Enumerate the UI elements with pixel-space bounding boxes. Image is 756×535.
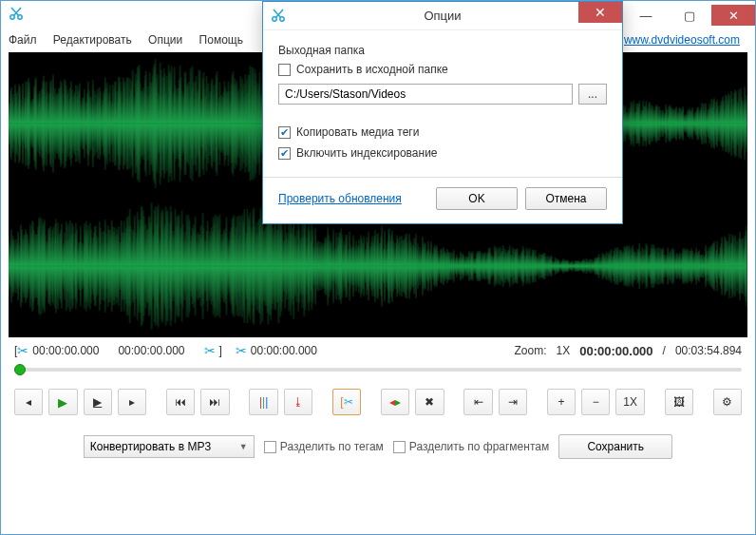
checkbox-icon [264, 441, 276, 453]
selection-start-group: [ ✂ 00:00:00.000 [14, 343, 118, 358]
image-icon: 🖼 [673, 395, 685, 409]
menu-help[interactable]: Помощь [199, 33, 243, 47]
save-in-source-checkbox[interactable]: Сохранить в исходной папке [278, 63, 607, 76]
time-row: [ ✂ 00:00:00.000 00:00:00.000 ✂ ] ✂ 00:0… [1, 337, 755, 362]
cursor-time: 00:00:00.000 [251, 344, 317, 357]
maximize-button[interactable]: ▢ [668, 5, 711, 26]
minimize-button[interactable]: ― [624, 5, 668, 26]
skip-back-button[interactable]: ⏮ [166, 389, 195, 415]
zoom-in-button[interactable]: + [547, 389, 576, 415]
enable-indexing-checkbox[interactable]: ✔ Включить индексирование [278, 146, 607, 160]
play-to-end-button[interactable]: ▶ [84, 389, 112, 415]
chevron-down-icon: ▼ [239, 442, 248, 451]
website-link[interactable]: www.dvdvideosoft.com [624, 33, 740, 47]
menu-file[interactable]: Файл [9, 33, 37, 47]
options-dialog: Опции ✕ Выходная папка Сохранить в исход… [262, 1, 623, 224]
minus-icon: − [593, 395, 599, 409]
close-button[interactable]: ✕ [711, 5, 755, 26]
zoom-reset-button[interactable]: 1X [615, 389, 644, 415]
dialog-titlebar: Опции ✕ [263, 2, 622, 30]
output-path-input[interactable] [278, 84, 573, 105]
scissors-icon [271, 8, 286, 27]
zoom-out-button[interactable]: − [581, 389, 610, 415]
split-button[interactable]: ◂▸ [381, 389, 409, 415]
current-time: 00:00:00.000 [579, 344, 652, 358]
cut-button[interactable]: [✂ [332, 389, 361, 415]
skip-back-icon: ⏮ [175, 395, 186, 409]
play-end-icon: ▶ [93, 395, 102, 409]
toolbar: ◂ ▶ ▶ ▸ ⏮ ⏭ ||| ⭳ [✂ ◂▸ ✖ ⇤ ⇥ + − 1X 🖼 ⚙ [1, 385, 755, 425]
format-combo[interactable]: Конвертировать в MP3 ▼ [84, 435, 255, 458]
image-button[interactable]: 🖼 [665, 389, 693, 415]
bracket-close-icon: ] [219, 344, 222, 357]
scissors-icon: ✂ [344, 395, 353, 409]
x-icon: ✖ [425, 395, 434, 409]
scissors-icon: ✂ [236, 343, 247, 358]
split-fragments-label: Разделить по фрагментам [409, 440, 549, 453]
playback-slider[interactable] [14, 362, 742, 377]
check-updates-link[interactable]: Проверить обновления [278, 192, 402, 205]
trim-start-icon: ⇤ [474, 395, 483, 409]
trim-end-button[interactable]: ⇥ [499, 389, 527, 415]
play-button[interactable]: ▶ [48, 389, 77, 415]
format-label: Конвертировать в MP3 [90, 440, 211, 453]
delete-button[interactable]: ✖ [415, 389, 444, 415]
selection-close-group: ✂ ] [204, 343, 236, 358]
scissors-icon: ✂ [204, 343, 216, 358]
copy-tags-label: Копировать медиа теги [296, 125, 419, 139]
download-icon: ⭳ [293, 395, 304, 409]
split-icon: ◂▸ [389, 395, 401, 409]
enable-indexing-label: Включить индексирование [296, 146, 438, 160]
plus-icon: + [558, 395, 565, 409]
sliders-icon: ⚙ [722, 395, 732, 409]
browse-button[interactable]: ... [578, 84, 607, 105]
checkbox-icon: ✔ [278, 126, 291, 139]
menu-options[interactable]: Опции [148, 33, 182, 47]
dialog-title: Опции [424, 9, 461, 23]
selection-end-time: 00:00:00.000 [118, 344, 184, 357]
trim-start-button[interactable]: ⇤ [463, 389, 492, 415]
ok-button[interactable]: OK [436, 187, 518, 210]
menu-edit[interactable]: Редактировать [53, 33, 132, 47]
next-marker-button[interactable]: ▸ [118, 389, 146, 415]
split-fragments-checkbox[interactable]: Разделить по фрагментам [393, 440, 549, 453]
zoom-label: Zoom: [515, 344, 547, 357]
checkbox-icon [393, 441, 406, 453]
arrow-right-icon: ▸ [129, 395, 135, 409]
arrow-left-icon: ◂ [26, 395, 31, 409]
dialog-footer: Проверить обновления OK Отмена [263, 177, 622, 223]
slider-track [14, 368, 742, 372]
download-marker-button[interactable]: ⭳ [284, 389, 312, 415]
selection-start-time: 00:00:00.000 [32, 344, 99, 357]
checkbox-icon [278, 64, 291, 76]
total-time: 00:03:54.894 [675, 344, 742, 357]
markers-button[interactable]: ||| [249, 389, 277, 415]
settings-button[interactable]: ⚙ [713, 389, 742, 415]
window-controls: ― ▢ ✕ [624, 5, 755, 26]
play-icon: ▶ [58, 395, 67, 410]
slider-knob[interactable] [14, 364, 26, 375]
save-in-source-label: Сохранить в исходной папке [296, 63, 448, 76]
checkbox-icon: ✔ [278, 147, 291, 160]
dialog-close-button[interactable]: ✕ [578, 2, 622, 23]
skip-forward-icon: ⏭ [209, 395, 220, 409]
markers-icon: ||| [259, 395, 268, 409]
prev-marker-button[interactable]: ◂ [14, 389, 43, 415]
split-tags-checkbox[interactable]: Разделить по тегам [264, 440, 384, 453]
output-folder-label: Выходная папка [278, 44, 607, 57]
split-tags-label: Разделить по тегам [280, 440, 384, 453]
bottom-bar: Конвертировать в MP3 ▼ Разделить по тега… [1, 425, 755, 468]
scissors-icon: ✂ [17, 343, 28, 358]
save-button[interactable]: Сохранить [558, 434, 672, 459]
skip-forward-button[interactable]: ⏭ [200, 389, 229, 415]
cancel-button[interactable]: Отмена [525, 187, 607, 210]
app-scissors-icon [9, 6, 24, 25]
time-separator: / [663, 344, 666, 357]
cursor-group: ✂ 00:00:00.000 [236, 343, 336, 358]
copy-tags-checkbox[interactable]: ✔ Копировать медиа теги [278, 125, 607, 139]
trim-end-icon: ⇥ [508, 395, 518, 409]
zoom-value: 1X [557, 344, 571, 357]
